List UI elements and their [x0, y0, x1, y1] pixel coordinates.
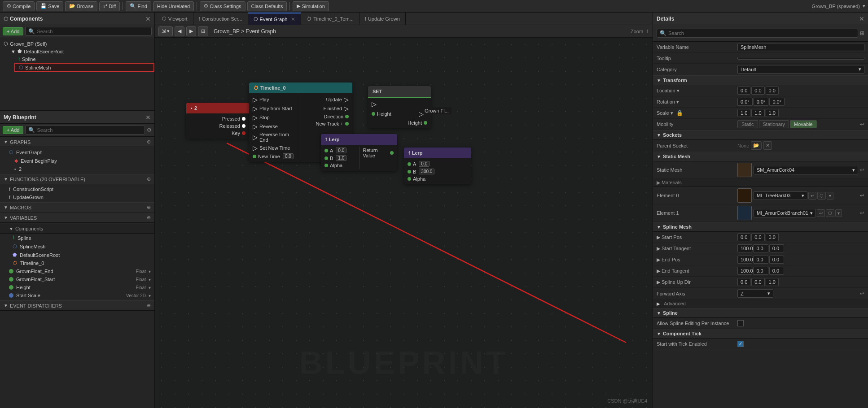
end-tangent-expand[interactable]: ▶	[657, 268, 660, 273]
end-pos-x[interactable]: 100.0	[737, 256, 752, 264]
spline-up-z[interactable]: 1.0	[766, 278, 779, 286]
section-macros[interactable]: ▼ MACROS ⊕	[0, 202, 154, 213]
hide-unrelated-button[interactable]: Hide Unrelated	[153, 1, 194, 11]
tree-item-defaultsceneroot[interactable]: ▼ ⬟ DefaultSceneRoot	[7, 48, 154, 55]
location-y[interactable]: 0.0	[751, 87, 764, 95]
start-tangent-x[interactable]: 100.0	[737, 244, 752, 252]
material-0-reset[interactable]: ↩	[860, 192, 864, 199]
rotation-y[interactable]: 0.0°	[754, 98, 769, 106]
spline-mesh-section[interactable]: ▼ Spline Mesh	[653, 222, 868, 232]
var-timeline[interactable]: ⏱ Timeline_0	[0, 259, 154, 267]
tree-item-spline[interactable]: ⌇ Spline	[14, 55, 154, 63]
category-dropdown[interactable]: Default ▾	[737, 65, 864, 74]
material-1-reset[interactable]: ↩	[860, 210, 864, 216]
start-pos-x[interactable]: 0.0	[737, 233, 750, 241]
tab-updategrown[interactable]: f Update Grown	[359, 13, 406, 25]
spline-up-x[interactable]: 0.0	[737, 278, 750, 286]
canvas[interactable]: BLUEPRINT ▪ 2 Pressed Released	[155, 38, 653, 408]
section-variables[interactable]: ▼ VARIABLES ⊕	[0, 213, 154, 223]
material-1-browse[interactable]: ↩	[817, 209, 825, 217]
mobility-reset-button[interactable]: ↩	[860, 121, 864, 127]
section-event-dispatchers[interactable]: ▼ EVENT DISPATCHERS ⊕	[0, 300, 154, 311]
start-tangent-y[interactable]: 0.0	[753, 244, 768, 252]
graphs-add-icon[interactable]: ⊕	[147, 139, 151, 145]
forward-axis-dropdown[interactable]: Z ▾	[737, 289, 773, 298]
blueprint-search[interactable]: 🔍	[25, 126, 145, 135]
spline-section[interactable]: ▼ Spline	[653, 308, 868, 318]
var-height[interactable]: Height Float ▾	[0, 283, 154, 291]
variable-name-input[interactable]: SplineMesh	[737, 43, 864, 51]
start-tick-checkbox[interactable]: ✓	[737, 341, 744, 347]
material-1-edit[interactable]: ⬡	[826, 209, 834, 217]
mobility-movable[interactable]: Movable	[790, 120, 817, 128]
blueprint-search-input[interactable]	[37, 127, 142, 133]
event-beginplay-item[interactable]: ◆ Event BeginPlay	[0, 156, 154, 165]
material-0-more[interactable]: ▾	[827, 192, 833, 200]
static-mesh-section[interactable]: ▼ Static Mesh	[653, 152, 868, 161]
sub-section-components[interactable]: ▼ Components	[0, 224, 154, 234]
spline-up-y[interactable]: 0.0	[751, 278, 764, 286]
advanced-subsection[interactable]: ▶ Advanced	[653, 299, 868, 308]
components-search[interactable]: 🔍	[25, 27, 152, 36]
end-pos-z[interactable]: 0.0	[769, 256, 784, 264]
var-defaultsceneroot[interactable]: ⬟ DefaultSceneRoot	[0, 251, 154, 259]
scale-lock-icon[interactable]: 🔒	[676, 110, 683, 116]
components-close-button[interactable]: ✕	[145, 15, 151, 22]
tab-construction[interactable]: f Construction Scr...	[193, 13, 248, 25]
updategrown-item[interactable]: f UpdateGrown	[0, 193, 154, 201]
static-mesh-reset[interactable]: ↩	[860, 167, 864, 173]
components-search-input[interactable]	[37, 29, 149, 34]
fit-button[interactable]: ⊞	[198, 26, 208, 36]
eventgraph-item[interactable]: ⬡ EventGraph	[0, 148, 154, 156]
start-tangent-expand[interactable]: ▶	[657, 246, 660, 251]
tab-viewport[interactable]: ⬡ Viewport	[157, 13, 193, 25]
functions-add-icon[interactable]: ⊕	[147, 176, 151, 182]
details-search-box[interactable]: 🔍	[657, 29, 858, 38]
tree-item-splinemesh[interactable]: ⬡ SplineMesh	[14, 63, 154, 72]
material-1-more[interactable]: ▾	[835, 209, 842, 217]
end-tangent-y[interactable]: 0.0	[753, 267, 768, 275]
start-pos-expand[interactable]: ▶	[657, 234, 660, 240]
end-pos-expand[interactable]: ▶	[657, 257, 660, 262]
material-0-browse[interactable]: ↩	[808, 192, 816, 200]
details-search-input[interactable]	[668, 30, 855, 36]
components-add-button[interactable]: + Add	[3, 27, 23, 35]
macros-add-icon[interactable]: ⊕	[147, 204, 151, 210]
dispatchers-add-icon[interactable]: ⊕	[147, 303, 151, 308]
details-close-button[interactable]: ✕	[859, 15, 864, 22]
location-dropdown[interactable]: Location ▾	[657, 88, 679, 93]
mobility-static[interactable]: Static	[737, 120, 758, 128]
forward-button[interactable]: ▶	[186, 26, 196, 36]
material-1-dropdown[interactable]: MI_AmurCorkBranch01 ▾	[754, 209, 816, 217]
save-button[interactable]: 💾 Save	[36, 1, 63, 11]
var-grownfloat-end[interactable]: GrownFloat_End Float ▾	[0, 267, 154, 275]
transform-section[interactable]: ▼ Transform	[653, 75, 868, 85]
start-pos-z[interactable]: 0.0	[766, 233, 779, 241]
end-tangent-x[interactable]: 100.0	[737, 267, 752, 275]
node-2-item[interactable]: ▪ 2	[0, 165, 154, 173]
nav-mode-button[interactable]: ⇲ ▾	[158, 26, 173, 36]
var-grownfloat-start[interactable]: GrownFloat_Start Float ▾	[0, 275, 154, 283]
eventgraph-tab-close[interactable]: ✕	[291, 16, 295, 22]
start-tangent-z[interactable]: 0.0	[769, 244, 784, 252]
material-0-dropdown[interactable]: MI_TreeBark03 ▾	[754, 191, 807, 200]
section-graphs[interactable]: ▼ GRAPHS ⊕	[0, 137, 154, 147]
variables-add-icon[interactable]: ⊕	[147, 215, 151, 221]
location-z[interactable]: 0.0	[766, 87, 779, 95]
var-startscale[interactable]: Start Scale Vector 2D ▾	[0, 291, 154, 299]
class-defaults-button[interactable]: Class Defaults	[247, 1, 287, 11]
construction-script-item[interactable]: f ConstructionScript	[0, 185, 154, 193]
scale-x[interactable]: 1.0	[737, 109, 750, 117]
location-x[interactable]: 0.0	[737, 87, 750, 95]
scale-z[interactable]: 1.0	[766, 109, 779, 117]
grid-view-icon[interactable]: ⊞	[860, 30, 864, 36]
back-button[interactable]: ◀	[175, 26, 184, 36]
tree-item-self[interactable]: ⬡ Grown_BP (Self)	[0, 40, 154, 48]
var-splinemesh[interactable]: ⬡ SplineMesh	[0, 242, 154, 251]
tooltip-input[interactable]	[737, 57, 864, 60]
rotation-z[interactable]: 0.0°	[769, 98, 785, 106]
end-tangent-z[interactable]: 0.0	[769, 267, 784, 275]
browse-button[interactable]: 📂 Browse	[65, 1, 97, 11]
rotation-x[interactable]: 0.0°	[737, 98, 753, 106]
sockets-section[interactable]: ▼ Sockets	[653, 130, 868, 140]
